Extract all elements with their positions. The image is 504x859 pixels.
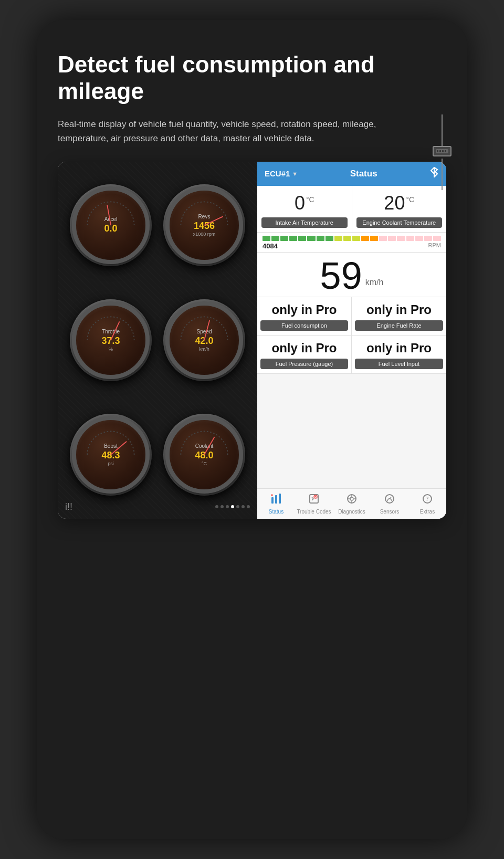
dot-2 — [220, 505, 224, 508]
nav-trouble-label: Trouble Codes — [297, 509, 331, 515]
gauge-bottom-bar: i!! — [58, 501, 257, 512]
nav-extras[interactable]: ? Extras — [408, 489, 446, 519]
rpm-seg-9 — [334, 236, 342, 241]
gauge-outer-speed: Speed 42.0 km/h — [163, 299, 245, 381]
gauge-menu-icon[interactable]: i!! — [65, 501, 72, 512]
gauges-panel: Accel 0.0 Revs 1456 x1000 rpm — [58, 162, 257, 519]
rpm-labels: 4084 RPM — [262, 242, 441, 250]
coolant-temp-unit: °C — [406, 195, 414, 204]
rpm-value: 4084 — [262, 242, 278, 250]
ecu-label: ECU#1 — [265, 169, 290, 178]
rpm-seg-16 — [397, 236, 405, 241]
gauge-throttle: Throttle 37.3 % — [66, 285, 155, 395]
gauge-boost: Boost 48.3 psi — [66, 400, 155, 510]
status-content: 0 °C Intake Air Temperature 20 °C Engine… — [257, 186, 446, 488]
intake-temp-label: Intake Air Temperature — [261, 217, 348, 228]
rpm-unit: RPM — [428, 242, 441, 250]
ecu-selector[interactable]: ECU#1 ▼ — [265, 169, 298, 178]
rpm-seg-11 — [352, 236, 360, 241]
coolant-temp-label: Engine Coolant Temperature — [356, 217, 443, 228]
rpm-seg-5 — [298, 236, 306, 241]
rpm-seg-19 — [424, 236, 432, 241]
svg-rect-14 — [275, 495, 277, 504]
connector-line-bottom — [442, 159, 443, 190]
intake-temp-value: 0 °C — [295, 192, 314, 214]
nav-extras-icon: ? — [422, 493, 433, 508]
nav-diagnostics[interactable]: Diagnostics — [333, 489, 371, 519]
svg-line-8 — [204, 320, 209, 340]
engine-fuel-rate-label: Engine Fuel Rate — [355, 320, 443, 331]
temperature-row: 0 °C Intake Air Temperature 20 °C Engine… — [257, 186, 446, 233]
engine-coolant-temp-cell: 20 °C Engine Coolant Temperature — [352, 186, 447, 232]
fuel-consumption-label: Fuel consumption — [260, 320, 348, 331]
rpm-seg-6 — [307, 236, 315, 241]
gauge-accel: Accel 0.0 — [66, 170, 155, 281]
svg-line-10 — [204, 437, 215, 455]
rpm-seg-18 — [415, 236, 423, 241]
svg-text:?: ? — [426, 495, 428, 502]
nav-sensors-label: Sensors — [380, 509, 400, 515]
nav-diagnostics-label: Diagnostics — [338, 509, 365, 515]
bottom-nav: Status Trouble Codes — [257, 488, 446, 519]
gauge-circle-revs: Revs 1456 x1000 rpm — [165, 186, 243, 264]
header-area: Detect fuel consumption and mileage Real… — [58, 51, 446, 146]
nav-trouble-icon — [308, 493, 320, 508]
fuel-consumption-cell: only in Pro Fuel consumption — [257, 297, 352, 336]
rpm-bar-track — [262, 236, 441, 241]
gauge-circle-accel: Accel 0.0 — [72, 186, 150, 264]
dot-6 — [242, 505, 245, 508]
rpm-bar-row: 4084 RPM — [257, 233, 446, 253]
gauge-speed: Speed 42.0 km/h — [160, 285, 249, 395]
gauge-outer-throttle: Throttle 37.3 % — [70, 299, 152, 381]
rpm-seg-1 — [262, 236, 270, 241]
data-grid: only in Pro Fuel consumption only in Pro… — [257, 297, 446, 374]
status-header: ECU#1 ▼ Status — [257, 162, 446, 186]
gauge-outer-coolant: Coolant 48.0 °C — [163, 414, 245, 496]
svg-rect-4 — [445, 150, 446, 152]
gauge-page-dots — [215, 505, 250, 508]
gauge-outer-accel: Accel 0.0 — [70, 184, 152, 266]
dot-4-active[interactable] — [231, 505, 234, 508]
fuel-pressure-pro-label: only in Pro — [271, 341, 337, 355]
rpm-seg-12 — [361, 236, 369, 241]
fuel-pressure-cell: only in Pro Fuel Pressure (gauge) — [257, 336, 352, 374]
page-description: Real-time display of vehicle fuel quanti… — [58, 117, 383, 145]
fuel-level-cell: only in Pro Fuel Level Input — [352, 336, 446, 374]
svg-rect-1 — [437, 150, 438, 152]
nav-status[interactable]: Status — [257, 489, 295, 519]
dot-1 — [215, 505, 218, 508]
svg-point-21 — [350, 497, 353, 500]
svg-line-6 — [204, 216, 223, 225]
fuel-level-label: Fuel Level Input — [355, 359, 443, 369]
coolant-temp-value: 20 °C — [384, 192, 414, 214]
dot-3 — [226, 505, 229, 508]
fuel-pressure-label: Fuel Pressure (gauge) — [260, 359, 348, 369]
nav-sensors-icon — [384, 493, 395, 508]
rpm-seg-2 — [271, 236, 279, 241]
svg-rect-15 — [279, 494, 281, 504]
dot-7 — [247, 505, 250, 508]
speed-row: 59 km/h — [257, 253, 446, 297]
intake-air-temp-cell: 0 °C Intake Air Temperature — [257, 186, 352, 232]
nav-sensors[interactable]: Sensors — [371, 489, 408, 519]
speed-unit: km/h — [365, 278, 384, 287]
svg-rect-13 — [271, 497, 274, 504]
svg-rect-3 — [442, 150, 444, 152]
phone-frame: Detect fuel consumption and mileage Real… — [37, 20, 467, 839]
nav-diagnostics-icon — [346, 493, 358, 508]
dot-5 — [236, 505, 239, 508]
rpm-seg-7 — [317, 236, 324, 241]
nav-trouble-codes[interactable]: Trouble Codes — [295, 489, 333, 519]
rpm-seg-17 — [406, 236, 414, 241]
gauge-coolant: Coolant 48.0 °C — [160, 400, 249, 510]
rpm-seg-10 — [343, 236, 351, 241]
engine-fuel-rate-cell: only in Pro Engine Fuel Rate — [352, 297, 446, 336]
nav-status-label: Status — [269, 509, 284, 515]
svg-line-19 — [315, 496, 316, 497]
gauge-revs: Revs 1456 x1000 rpm — [160, 170, 249, 281]
rpm-seg-13 — [370, 236, 378, 241]
svg-line-27 — [390, 497, 391, 499]
page-title: Detect fuel consumption and mileage — [58, 51, 404, 104]
rpm-seg-3 — [280, 236, 288, 241]
gauge-circle-coolant: Coolant 48.0 °C — [165, 416, 243, 494]
